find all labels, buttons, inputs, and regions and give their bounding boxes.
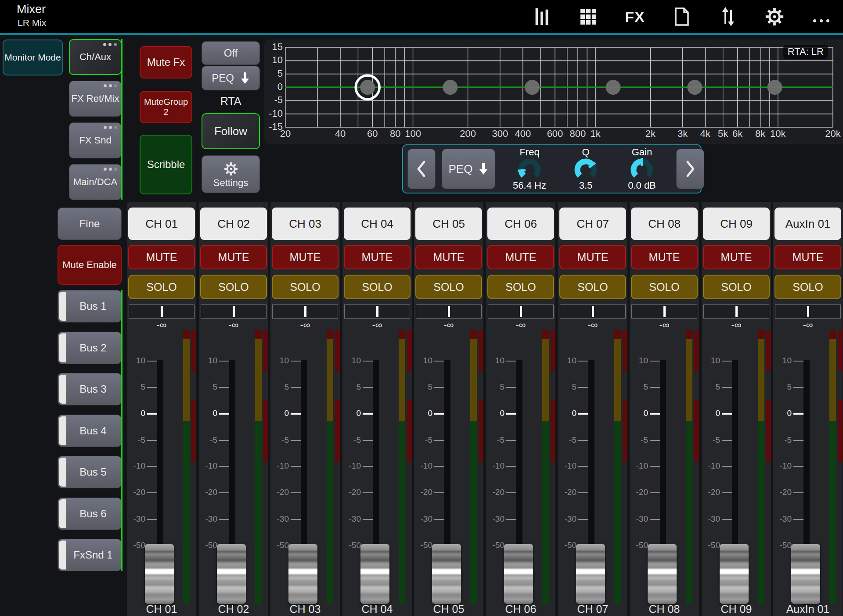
peak-meter-segment	[335, 330, 340, 371]
mute-button[interactable]: MUTE	[344, 245, 411, 269]
fader-handle[interactable]	[145, 544, 174, 604]
fader-handle[interactable]	[791, 544, 820, 604]
pan-slider[interactable]	[201, 304, 267, 319]
eq-settings-button[interactable]: Settings	[202, 155, 260, 193]
solo-button[interactable]: SOLO	[344, 275, 411, 299]
channel-select-button[interactable]: CH 08	[631, 208, 698, 240]
gain-knob[interactable]	[627, 158, 657, 180]
channel-select-button[interactable]: CH 04	[344, 208, 411, 240]
mute-button[interactable]: MUTE	[272, 245, 339, 269]
sort-arrows-icon[interactable]	[717, 6, 739, 27]
mute-button[interactable]: MUTE	[200, 245, 267, 269]
channel-select-button[interactable]: CH 06	[487, 208, 554, 240]
fader-handle[interactable]	[576, 544, 605, 604]
channel-select-button[interactable]: CH 05	[415, 208, 482, 240]
eq-band-handle[interactable]	[360, 80, 375, 95]
bus-button-bus-1[interactable]: Bus 1	[58, 290, 122, 322]
pan-slider[interactable]	[631, 304, 697, 319]
layer-tab-fx-ret-mix[interactable]: FX Ret/Mix	[69, 81, 122, 117]
bus-button-bus-6[interactable]: Bus 6	[58, 498, 122, 530]
solo-button[interactable]: SOLO	[200, 275, 267, 299]
fine-button[interactable]: Fine	[58, 208, 122, 240]
channel-name-label: AuxIn 01	[773, 603, 843, 616]
settings-gear-icon[interactable]	[764, 6, 785, 27]
layer-tab-ch-aux[interactable]: Ch/Aux	[69, 39, 122, 75]
layer-tab-fx-snd[interactable]: FX Snd	[69, 122, 122, 158]
meter-scale-tick	[578, 361, 589, 362]
fx-icon[interactable]: FX	[624, 6, 645, 27]
mute-button[interactable]: MUTE	[415, 245, 482, 269]
pan-slider[interactable]	[416, 304, 482, 319]
channel-select-button[interactable]: CH 09	[703, 208, 770, 240]
bus-label: FxSnd 1	[73, 549, 112, 561]
peak-meter-segment	[263, 330, 268, 371]
mute-button[interactable]: MUTE	[631, 245, 698, 269]
meter-scale-tick	[147, 492, 158, 493]
eq-band-handle[interactable]	[767, 80, 782, 95]
solo-button[interactable]: SOLO	[703, 275, 770, 299]
meters-icon[interactable]	[531, 6, 552, 27]
rta-follow-button[interactable]: Follow	[202, 113, 260, 149]
bus-button-bus-3[interactable]: Bus 3	[58, 373, 122, 405]
mute-fx-button[interactable]: Mute Fx	[140, 46, 192, 79]
more-icon[interactable]	[811, 6, 832, 27]
eq-off-button[interactable]: Off	[202, 41, 260, 65]
band-type-select[interactable]: PEQ	[442, 149, 495, 189]
next-band-button[interactable]	[676, 149, 704, 189]
q-knob[interactable]	[570, 158, 601, 180]
fader-handle[interactable]	[432, 544, 461, 604]
eq-band-handle[interactable]	[687, 80, 702, 95]
mute-enable-button[interactable]: Mute Enable	[58, 245, 122, 285]
layer-tab-main-dca[interactable]: Main/DCA	[69, 164, 122, 200]
channel-select-button[interactable]: CH 02	[200, 208, 267, 240]
meter-scale-label: -20	[127, 487, 145, 497]
eq-band-handle[interactable]	[605, 80, 620, 95]
mute-button[interactable]: MUTE	[703, 245, 770, 269]
fader-handle[interactable]	[720, 544, 749, 604]
solo-button[interactable]: SOLO	[487, 275, 554, 299]
bus-button-bus-5[interactable]: Bus 5	[58, 456, 122, 488]
mute-button[interactable]: MUTE	[128, 245, 195, 269]
eq-band-handle[interactable]	[525, 80, 540, 95]
mute-button[interactable]: MUTE	[487, 245, 554, 269]
pan-slider[interactable]	[560, 304, 626, 319]
apps-grid-icon[interactable]	[578, 6, 599, 27]
pan-slider[interactable]	[129, 304, 195, 319]
mute-button[interactable]: MUTE	[559, 245, 626, 269]
solo-button[interactable]: SOLO	[631, 275, 698, 299]
mute-button[interactable]: MUTE	[775, 245, 841, 269]
fader-handle[interactable]	[360, 544, 389, 604]
bus-button-fxsnd-1[interactable]: FxSnd 1	[58, 539, 122, 571]
freq-knob[interactable]	[514, 158, 545, 180]
pan-slider[interactable]	[488, 304, 554, 319]
scribble-button[interactable]: Scribble	[140, 135, 192, 194]
eq-type-select[interactable]: PEQ	[202, 66, 260, 90]
solo-button[interactable]: SOLO	[559, 275, 626, 299]
mute-group-button[interactable]: MuteGroup 2	[140, 91, 192, 123]
solo-button[interactable]: SOLO	[415, 275, 482, 299]
file-icon[interactable]	[671, 6, 692, 27]
solo-button[interactable]: SOLO	[128, 275, 195, 299]
fader-handle[interactable]	[648, 544, 677, 604]
eq-band-handle[interactable]	[443, 80, 458, 95]
channel-select-button[interactable]: CH 01	[128, 208, 195, 240]
monitor-mode-button[interactable]: Monitor Mode	[3, 39, 63, 75]
channel-select-button[interactable]: CH 03	[272, 208, 339, 240]
pan-slider[interactable]	[344, 304, 410, 319]
bus-button-bus-2[interactable]: Bus 2	[58, 332, 122, 364]
solo-button[interactable]: SOLO	[775, 275, 841, 299]
pan-slider[interactable]	[272, 304, 338, 319]
bus-button-bus-4[interactable]: Bus 4	[58, 415, 122, 447]
bus-label: Bus 2	[79, 342, 106, 354]
pan-slider[interactable]	[703, 304, 769, 319]
channel-select-button[interactable]: AuxIn 01	[775, 208, 841, 240]
pan-slider[interactable]	[775, 304, 841, 319]
prev-band-button[interactable]	[407, 149, 436, 189]
fader-handle[interactable]	[504, 544, 533, 604]
meter-scale-tick	[506, 413, 517, 415]
solo-button[interactable]: SOLO	[272, 275, 339, 299]
fader-handle[interactable]	[288, 544, 317, 604]
fader-handle[interactable]	[217, 544, 246, 604]
meter-scale-tick	[219, 387, 230, 388]
channel-select-button[interactable]: CH 07	[559, 208, 626, 240]
